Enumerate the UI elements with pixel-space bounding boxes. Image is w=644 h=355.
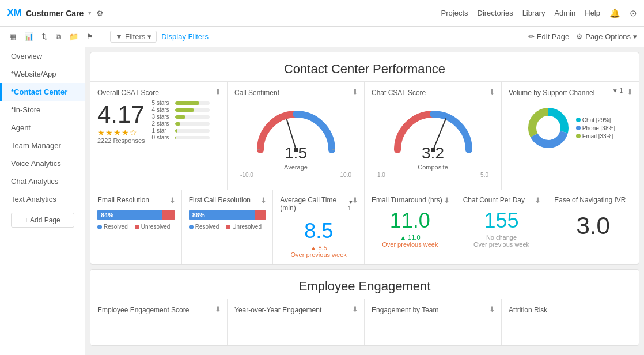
- avg-call-title-row: Average Call Time (min) ▼ 1: [280, 196, 357, 214]
- cards-row2: Email Resolution ⬇ 84% Resolved: [90, 190, 639, 264]
- nav-library[interactable]: Library: [522, 9, 545, 17]
- star-bar-5-label: 5 stars: [152, 100, 173, 106]
- nav-directories[interactable]: Directories: [478, 9, 513, 17]
- email-res-download[interactable]: ⬇: [169, 196, 176, 205]
- add-page-button[interactable]: + Add Page: [11, 213, 74, 228]
- overall-csat-download[interactable]: ⬇: [215, 88, 221, 96]
- email-turn-download[interactable]: ⬇: [444, 196, 450, 205]
- avg-call-change-icon: ▲: [310, 244, 317, 251]
- email-turn-title: Email Turnaround (hrs): [372, 196, 449, 204]
- donut-svg: [525, 105, 571, 151]
- engagement-by-team-download[interactable]: ⬇: [489, 305, 495, 314]
- email-turn-value: 11.0: [372, 209, 449, 233]
- filters-label: Filters: [125, 32, 145, 41]
- gear-icon-nav[interactable]: ⚙: [96, 9, 104, 18]
- call-sentiment-value: 1.5: [285, 144, 307, 163]
- attrition-risk-title: Attrition Risk: [509, 306, 632, 314]
- user-icon[interactable]: ⊙: [630, 8, 637, 18]
- sidebar-item-voice-analytics[interactable]: Voice Analytics: [0, 154, 85, 172]
- email-res-track: 84%: [97, 210, 175, 220]
- icon-bar: ▦ 📊 ⇅ ⧉ 📁 ⚑: [7, 31, 96, 43]
- first-call-res-download[interactable]: ⬇: [260, 196, 267, 205]
- email-res-title: Email Resolution: [97, 196, 175, 204]
- title-caret[interactable]: ▾: [88, 9, 92, 17]
- share-icon[interactable]: ⇅: [39, 31, 50, 42]
- display-filters-link[interactable]: Display Filters: [161, 32, 209, 41]
- edit-page-button[interactable]: ✏ Edit Page: [528, 32, 569, 41]
- nav-help[interactable]: Help: [585, 9, 600, 17]
- star-bar-2-bg: [175, 122, 210, 126]
- call-sentiment-download[interactable]: ⬇: [352, 88, 358, 96]
- card-yoy-engagement: Year-over-Year Engagement ⬇: [228, 299, 365, 345]
- chat-csat-label: Composite: [418, 164, 448, 171]
- star-bar-4: 4 stars: [152, 107, 210, 113]
- star-bar-1: 1 star: [152, 127, 210, 134]
- star-bar-0-label: 0 stars: [152, 134, 173, 141]
- sidebar-item-agent[interactable]: Agent: [0, 119, 85, 137]
- card-ease-ivr: Ease of Navigating IVR 3.0: [547, 190, 639, 264]
- first-call-legend: Resolved Unresolved: [189, 224, 266, 230]
- email-turn-change-label: Over previous week: [372, 241, 449, 248]
- chat-count-download[interactable]: ⬇: [535, 196, 541, 205]
- first-call-red: [255, 210, 266, 220]
- first-call-unresolved: Unresolved: [226, 224, 262, 230]
- call-sentiment-label: Average: [284, 164, 308, 171]
- sidebar-item-contact-center[interactable]: *Contact Center: [0, 83, 85, 101]
- avg-call-download[interactable]: ⬇: [352, 196, 358, 205]
- card-first-call-res: First Call Resolution ⬇ 86% Resolved: [182, 190, 274, 264]
- flag-icon[interactable]: ⚑: [84, 31, 96, 42]
- sidebar-item-chat-analytics[interactable]: Chat Analytics: [0, 172, 85, 190]
- first-call-unresolved-label: Unresolved: [232, 224, 262, 230]
- email-res-bar-label: 84%: [101, 212, 113, 218]
- bar-chart-icon[interactable]: 📊: [22, 31, 36, 42]
- email-turn-change-value: 11.0: [408, 234, 420, 241]
- filters-button[interactable]: ▼ Filters ▾: [110, 31, 157, 43]
- avg-call-change: ▲ 8.5: [280, 244, 357, 251]
- yoy-engagement-download[interactable]: ⬇: [352, 305, 358, 314]
- chat-csat-max: 5.0: [480, 172, 488, 178]
- star-bar-3-label: 3 stars: [152, 114, 173, 120]
- chat-csat-gauge: 3.2 Composite 1.0 5.0: [372, 99, 494, 183]
- toolbar-left: ▦ 📊 ⇅ ⧉ 📁 ⚑ ▼ Filters ▾ Display Filters: [7, 31, 209, 43]
- sidebar-item-website[interactable]: *Website/App: [0, 65, 85, 83]
- page-options-icon: ⚙: [576, 32, 583, 41]
- chat-csat-title: Chat CSAT Score: [372, 89, 494, 97]
- emp-engagement-score-download[interactable]: ⬇: [215, 305, 221, 314]
- top-nav: XM Customer Care ▾ ⚙ Projects Directorie…: [0, 0, 644, 27]
- page-options-button[interactable]: ⚙ Page Options ▾: [576, 32, 637, 41]
- xm-logo: XM: [7, 7, 21, 19]
- nav-projects[interactable]: Projects: [441, 9, 468, 17]
- card-engagement-by-team: Engagement by Team ⬇: [365, 299, 502, 345]
- volume-channel-download[interactable]: ⬇: [627, 88, 633, 96]
- card-overall-csat: Overall CSAT Score ⬇ 4.17 ★★★★☆ 2222 Res…: [90, 82, 228, 190]
- email-res-unresolved-label: Unresolved: [141, 224, 171, 230]
- chat-csat-download[interactable]: ⬇: [489, 88, 495, 96]
- legend-phone-label: Phone [38%]: [582, 125, 615, 131]
- app-body: Overview *Website/App *Contact Center *I…: [0, 47, 644, 355]
- section3-title: Employee Engagement: [90, 270, 639, 299]
- ease-ivr-value: 3.0: [554, 212, 632, 240]
- sidebar-item-instore[interactable]: *In-Store: [0, 101, 85, 119]
- card-email-resolution: Email Resolution ⬇ 84% Resolved: [90, 190, 182, 264]
- bell-icon[interactable]: 🔔: [609, 8, 620, 18]
- grid-icon[interactable]: ▦: [7, 31, 18, 42]
- csat-inner: 4.17 ★★★★☆ 2222 Responses 5 stars 4 star…: [97, 99, 220, 144]
- avg-call-change-value: 8.5: [318, 244, 327, 251]
- sidebar-item-overview[interactable]: Overview: [0, 47, 85, 65]
- page-options-label: Page Options: [585, 32, 631, 41]
- copy-icon[interactable]: ⧉: [54, 31, 63, 43]
- avg-call-value: 8.5: [280, 219, 357, 243]
- volume-channel-filter[interactable]: ▼ 1: [612, 88, 623, 94]
- folder-icon[interactable]: 📁: [67, 31, 81, 42]
- email-res-resolved-label: Resolved: [104, 224, 128, 230]
- ease-ivr-title: Ease of Navigating IVR: [554, 196, 632, 204]
- email-res-red: [162, 210, 174, 220]
- edit-icon: ✏: [528, 32, 535, 41]
- main-content: Contact Center Performance Overall CSAT …: [85, 47, 644, 355]
- email-res-bar: 84%: [97, 210, 175, 220]
- csat-responses: 2222 Responses: [97, 137, 145, 144]
- sidebar-item-text-analytics[interactable]: Text Analytics: [0, 190, 85, 208]
- sidebar-item-team-manager[interactable]: Team Manager: [0, 137, 85, 154]
- nav-admin[interactable]: Admin: [554, 9, 575, 17]
- toolbar: ▦ 📊 ⇅ ⧉ 📁 ⚑ ▼ Filters ▾ Display Filters …: [0, 27, 644, 47]
